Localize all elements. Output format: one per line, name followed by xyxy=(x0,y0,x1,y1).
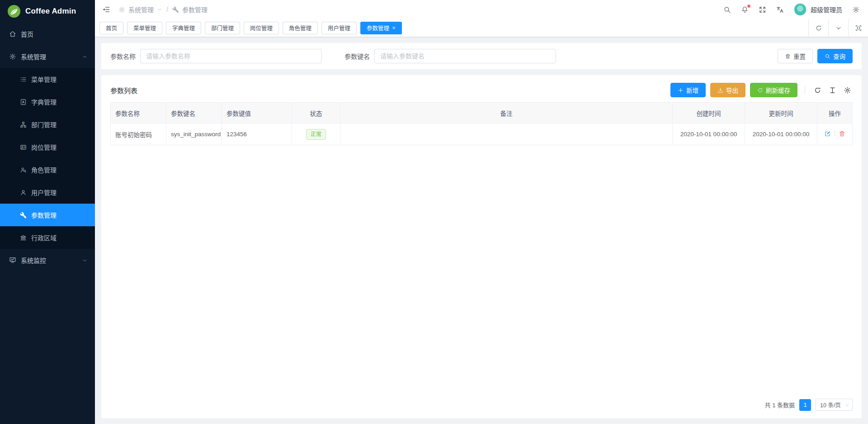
refresh-icon xyxy=(814,86,821,94)
sidebar-item-label: 行政区域 xyxy=(31,233,57,242)
sidebar-item-role-management[interactable]: 角色管理 xyxy=(0,158,95,181)
notification-button[interactable] xyxy=(741,6,749,14)
org-tree-icon xyxy=(20,121,27,128)
tab-label: 角色管理 xyxy=(289,24,311,32)
sidebar-item-system-monitor[interactable]: 系统监控 xyxy=(0,249,95,272)
tab-home[interactable]: 首页 xyxy=(99,22,123,34)
cell-param-key: sys_init_password xyxy=(166,124,222,145)
refresh-icon xyxy=(815,24,822,32)
query-button[interactable]: 查询 xyxy=(817,49,853,63)
col-header-status: 状态 xyxy=(292,103,340,124)
export-button[interactable]: 导出 xyxy=(710,83,745,97)
edit-row-button[interactable] xyxy=(824,130,831,137)
app-logo[interactable]: Coffee Admin xyxy=(0,0,95,23)
trash-icon xyxy=(839,130,845,137)
search-icon xyxy=(723,6,731,14)
sidebar-item-home[interactable]: 首页 xyxy=(0,23,95,45)
breadcrumb-current: 参数管理 xyxy=(182,5,208,14)
tab-options-dropdown[interactable] xyxy=(828,19,848,37)
param-name-input[interactable] xyxy=(140,49,322,63)
system-management-submenu: 菜单管理 字典管理 部门管理 岗位管理 角色管理 xyxy=(0,68,95,249)
table-density-button[interactable] xyxy=(829,86,836,94)
column-settings-button[interactable] xyxy=(844,86,851,94)
tab-menu-management[interactable]: 菜单管理 xyxy=(127,22,162,34)
tab-label: 用户管理 xyxy=(328,24,350,32)
tab-close-icon[interactable]: × xyxy=(392,25,396,31)
tab-post-management[interactable]: 岗位管理 xyxy=(244,22,279,34)
sidebar-item-label: 角色管理 xyxy=(31,165,57,174)
cell-created-at: 2020-10-01 00:00:00 xyxy=(673,124,745,145)
reset-button[interactable]: 重置 xyxy=(778,49,813,63)
export-button-label: 导出 xyxy=(726,86,738,95)
col-header-actions: 操作 xyxy=(817,103,853,124)
refresh-cache-button[interactable]: 刷新缓存 xyxy=(750,83,797,97)
sidebar-item-admin-region[interactable]: 行政区域 xyxy=(0,226,95,249)
col-header-param-name: 参数名称 xyxy=(111,103,166,124)
cell-status: 正常 xyxy=(292,124,340,145)
param-key-input[interactable] xyxy=(374,49,556,63)
refresh-icon xyxy=(757,87,763,93)
page-content: 参数名称 参数键名 重置 查询 xyxy=(95,37,868,424)
cell-param-value: 123456 xyxy=(222,124,292,145)
density-icon xyxy=(829,86,836,94)
sidebar: Coffee Admin 首页 系统管理 菜单管理 字典管理 xyxy=(0,0,95,424)
monitor-chart-icon xyxy=(9,257,16,264)
tab-param-management[interactable]: 参数管理 × xyxy=(360,22,402,34)
pagination-total: 共 1 条数据 xyxy=(765,400,795,409)
leaf-logo-icon xyxy=(7,5,21,18)
cell-remark xyxy=(340,124,673,145)
gear-icon xyxy=(852,6,860,14)
chevron-down-icon xyxy=(157,7,162,12)
chevron-down-icon xyxy=(835,24,842,32)
add-button[interactable]: 新增 xyxy=(670,83,706,97)
user-menu[interactable]: 超级管理员 xyxy=(794,3,842,16)
sidebar-item-label: 系统监控 xyxy=(21,256,46,265)
refresh-cache-button-label: 刷新缓存 xyxy=(766,86,790,95)
delete-row-button[interactable] xyxy=(839,130,845,137)
notification-badge xyxy=(747,5,750,8)
sidebar-item-dept-management[interactable]: 部门管理 xyxy=(0,113,95,136)
sidebar-menu: 首页 系统管理 菜单管理 字典管理 部门管理 xyxy=(0,23,95,424)
tab-dict-management[interactable]: 字典管理 xyxy=(166,22,201,34)
id-badge-icon xyxy=(20,144,27,151)
fullscreen-icon xyxy=(759,6,766,14)
refresh-table-button[interactable] xyxy=(814,86,821,94)
fullscreen-button[interactable] xyxy=(759,6,766,14)
toolbar-divider xyxy=(805,86,805,94)
header-search-button[interactable] xyxy=(723,6,731,14)
tab-label: 参数管理 xyxy=(367,24,389,32)
sidebar-item-dict-management[interactable]: 字典管理 xyxy=(0,91,95,113)
dictionary-icon xyxy=(20,99,27,105)
app-title: Coffee Admin xyxy=(25,7,76,16)
sidebar-item-user-management[interactable]: 用户管理 xyxy=(0,181,95,204)
page-button-1[interactable]: 1 xyxy=(799,399,811,411)
translate-icon xyxy=(776,6,784,14)
trash-icon xyxy=(785,53,791,59)
language-switch-button[interactable] xyxy=(776,6,784,14)
param-table: 参数名称 参数键名 参数键值 状态 备注 创建时间 更新时间 操作 账号初始密码 xyxy=(110,102,853,145)
sidebar-item-param-management[interactable]: 参数管理 xyxy=(0,204,95,226)
maximize-content-button[interactable] xyxy=(848,19,868,37)
pagination: 共 1 条数据 1 10 条/页 xyxy=(110,394,853,411)
tab-role-management[interactable]: 角色管理 xyxy=(283,22,318,34)
role-people-icon xyxy=(20,167,27,173)
param-name-label: 参数名称 xyxy=(110,52,136,61)
top-header: 系统管理 / 参数管理 xyxy=(95,0,868,19)
search-icon xyxy=(825,53,830,59)
sidebar-item-menu-management[interactable]: 菜单管理 xyxy=(0,68,95,91)
page-size-select[interactable]: 10 条/页 xyxy=(816,399,853,411)
sidebar-item-post-management[interactable]: 岗位管理 xyxy=(0,136,95,158)
breadcrumb-parent[interactable]: 系统管理 xyxy=(128,5,154,14)
col-header-param-key: 参数键名 xyxy=(166,103,222,124)
param-list-card: 参数列表 新增 导出 刷新缓存 xyxy=(101,75,862,418)
menu-list-icon xyxy=(20,76,27,83)
sidebar-collapse-button[interactable] xyxy=(102,5,110,14)
sidebar-item-label: 首页 xyxy=(21,29,33,38)
settings-button[interactable] xyxy=(852,6,860,14)
tab-user-management[interactable]: 用户管理 xyxy=(321,22,357,34)
query-button-label: 查询 xyxy=(833,52,845,61)
tab-dept-management[interactable]: 部门管理 xyxy=(205,22,240,34)
refresh-tab-button[interactable] xyxy=(808,19,828,37)
add-button-label: 新增 xyxy=(686,86,698,95)
sidebar-item-system-management[interactable]: 系统管理 xyxy=(0,45,95,68)
